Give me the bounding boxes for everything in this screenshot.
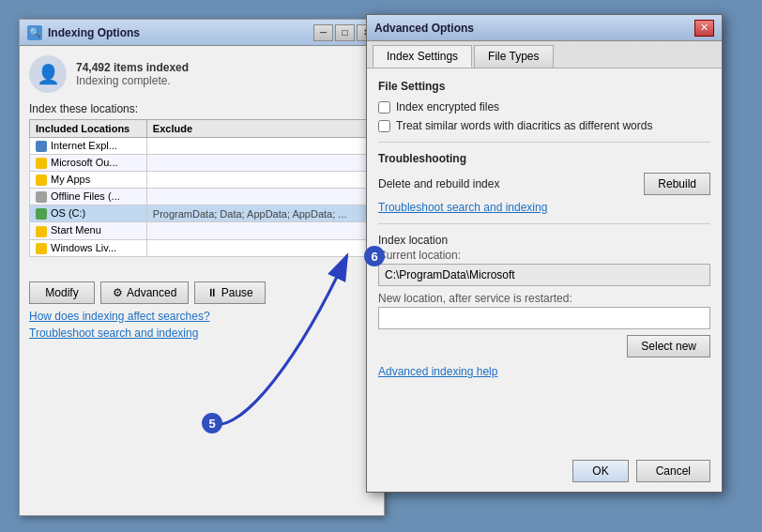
troubleshooting-header: Troubleshooting [378, 152, 710, 165]
maximize-btn[interactable]: □ [335, 24, 355, 41]
annotation-5-label: 5 [208, 417, 215, 431]
dialog-title: Advanced Options [374, 22, 694, 35]
indexing-affect-link[interactable]: How does indexing affect searches? [29, 310, 374, 323]
rebuild-button[interactable]: Rebuild [644, 173, 710, 195]
table-row[interactable]: OS (C:)ProgramData; Data; AppData; AppDa… [30, 205, 374, 222]
col-included: Included Locations [30, 120, 147, 138]
diacritics-label: Treat similar words with diacritics as d… [396, 119, 652, 132]
col-exclude: Exclude [146, 120, 373, 138]
advanced-indexing-link[interactable]: Advanced indexing help [378, 365, 497, 378]
new-location-input[interactable] [378, 307, 710, 329]
indexing-body: 👤 74,492 items indexed Indexing complete… [20, 46, 384, 274]
location-icon [36, 141, 47, 152]
divider-2 [378, 223, 710, 224]
pause-label: Pause [221, 286, 253, 299]
current-location-label: Current location: [378, 249, 710, 262]
location-icon [36, 208, 47, 220]
pause-button[interactable]: ⏸ Pause [194, 281, 265, 304]
modify-button[interactable]: Modify [29, 281, 95, 304]
diacritics-checkbox[interactable] [378, 120, 390, 132]
pause-icon: ⏸ [206, 286, 218, 299]
indexing-title-icon: 🔍 [27, 25, 42, 40]
index-location-header: Index location [378, 234, 710, 247]
table-row[interactable]: Start Menu [30, 222, 374, 239]
table-row[interactable]: Windows Liv... [30, 239, 374, 256]
tab-file-types[interactable]: File Types [474, 45, 553, 68]
location-icon [36, 226, 47, 237]
troubleshoot-link-main[interactable]: Troubleshoot search and indexing [29, 327, 374, 340]
troubleshoot-link-dialog[interactable]: Troubleshoot search and indexing [378, 201, 547, 214]
rebuild-label: Delete and rebuild index [378, 177, 499, 190]
section-label: Index these locations: [29, 102, 374, 115]
dialog-titlebar: Advanced Options ✕ [367, 15, 722, 41]
table-row[interactable]: Internet Expl... [30, 138, 374, 155]
dialog-footer: OK Cancel [572, 460, 710, 482]
index-encrypted-label: Index encrypted files [396, 100, 499, 114]
locations-table: Included Locations Exclude Internet Expl… [29, 119, 374, 257]
select-new-row: Select new [378, 335, 710, 357]
advanced-label: Advanced [127, 286, 176, 299]
file-settings-header: File Settings [378, 80, 710, 93]
indexing-title-text: Indexing Options [48, 26, 313, 39]
links-area: How does indexing affect searches? Troub… [20, 310, 384, 353]
annotation-6-label: 6 [371, 250, 377, 264]
checkbox-row-1: Index encrypted files [378, 100, 710, 114]
status-text: 74,492 items indexed Indexing complete. [76, 61, 189, 87]
items-indexed: 74,492 items indexed [76, 61, 189, 74]
indexing-status: Indexing complete. [76, 74, 189, 87]
ok-button[interactable]: OK [572, 460, 628, 482]
index-location-section: Index location Current location: C:\Prog… [378, 234, 710, 357]
indexing-titlebar: 🔍 Indexing Options ─ □ ✕ [20, 20, 384, 46]
indexing-options-window: 🔍 Indexing Options ─ □ ✕ 👤 74,492 items … [19, 19, 385, 516]
location-icon [36, 243, 47, 254]
dialog-close-btn[interactable]: ✕ [694, 20, 714, 37]
location-icon [36, 175, 47, 186]
status-icon: 👤 [29, 55, 67, 93]
table-row[interactable]: Offline Files (... [30, 189, 374, 205]
status-area: 👤 74,492 items indexed Indexing complete… [29, 55, 374, 93]
advanced-button[interactable]: ⚙ Advanced [100, 281, 189, 304]
annotation-5: 5 [202, 413, 222, 433]
bottom-buttons: Modify ⚙ Advanced ⏸ Pause [20, 281, 384, 310]
cancel-button[interactable]: Cancel [636, 460, 710, 482]
table-row[interactable]: My Apps [30, 172, 374, 189]
location-icon [36, 191, 47, 203]
table-row[interactable]: Microsoft Ou... [30, 155, 374, 172]
new-location-label: New location, after service is restarted… [378, 292, 710, 305]
minimize-btn[interactable]: ─ [313, 24, 333, 41]
dialog-content: File Settings Index encrypted files Trea… [367, 68, 722, 389]
index-encrypted-checkbox[interactable] [378, 101, 390, 114]
rebuild-row: Delete and rebuild index Rebuild [378, 173, 710, 195]
current-location-value: C:\ProgramData\Microsoft [378, 264, 710, 286]
tab-index-settings[interactable]: Index Settings [373, 45, 472, 68]
advanced-icon: ⚙ [113, 286, 123, 299]
checkbox-row-2: Treat similar words with diacritics as d… [378, 119, 710, 132]
location-icon [36, 158, 47, 169]
annotation-6: 6 [364, 246, 385, 266]
advanced-options-dialog: Advanced Options ✕ Index Settings File T… [366, 14, 723, 493]
select-new-button[interactable]: Select new [627, 335, 710, 357]
divider-1 [378, 142, 710, 143]
dialog-tabs: Index Settings File Types [367, 41, 722, 68]
